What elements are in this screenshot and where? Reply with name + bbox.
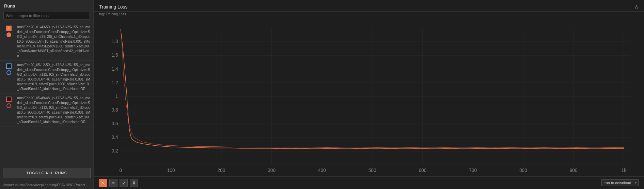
filter-area [0,11,93,22]
svg-text:100: 100 [167,168,175,173]
svg-text:200: 200 [217,168,225,173]
svg-text:700: 700 [469,168,477,173]
chart-tools: ↖ ≡ ⤢ ⬇ [99,179,138,187]
download-wrapper: run to download [601,179,639,186]
list-tool-button[interactable]: ≡ [109,179,117,187]
svg-text:1k: 1k [622,168,627,173]
svg-text:1.6: 1.6 [111,52,118,58]
run-checkbox-3[interactable] [6,97,12,102]
run-checkbox-1[interactable] [6,26,12,31]
run-dot-1 [6,32,11,37]
svg-text:900: 900 [570,168,578,173]
run-to-download-select[interactable]: run to download [601,179,639,186]
sidebar-header: Runs [0,0,93,11]
svg-text:800: 800 [519,168,527,173]
svg-text:0.4: 0.4 [111,134,118,140]
footer-path: /home/ubuntu/Share/deepLearning/ECS-189G… [0,181,93,189]
svg-text:600: 600 [419,168,426,173]
chart-footer: ↖ ≡ ⤢ ⬇ run to download [94,176,644,189]
svg-text:0.8: 0.8 [111,107,118,113]
runs-list: runs/Feb20_01-43-50_ip-172-31-25-155_nn_… [0,22,93,165]
svg-text:300: 300 [268,168,276,173]
svg-text:500: 500 [368,168,376,173]
chart-title: Training Loss [99,4,128,10]
chart-subtitle: tag: Training Loss [94,12,644,18]
chart-svg: .grid-line { stroke: #333; stroke-width:… [111,21,637,176]
chart-area: .grid-line { stroke: #333; stroke-width:… [94,18,644,176]
run-dot-3 [6,103,11,108]
run-dot-2 [6,70,11,75]
chart-header: Training Loss ∧ [94,0,644,12]
svg-text:0.2: 0.2 [111,148,118,154]
run-controls [3,96,15,108]
svg-text:0.6: 0.6 [111,121,118,127]
svg-text:400: 400 [318,168,326,173]
svg-text:1.4: 1.4 [111,66,118,72]
filter-input[interactable] [3,12,90,19]
svg-text:1.2: 1.2 [111,79,118,85]
toggle-all-runs-button[interactable]: TOGGLE ALL RUNS [3,168,91,178]
expand-tool-button[interactable]: ⤢ [120,179,128,187]
run-text-2: runs/Feb20_05-12-50_ip-172-31-25-155_nn_… [17,63,91,91]
run-controls [3,63,15,75]
list-item[interactable]: runs/Feb20_05-49-48_ip-172-31-25-155_nn_… [0,94,93,127]
pointer-tool-button[interactable]: ↖ [99,179,107,187]
main-content: Training Loss ∧ tag: Training Loss .grid… [94,0,644,189]
list-item[interactable]: runs/Feb20_01-43-50_ip-172-31-25-155_nn_… [0,23,93,61]
list-item[interactable]: runs/Feb20_05-12-50_ip-172-31-25-155_nn_… [0,61,93,94]
svg-text:0: 0 [120,168,122,173]
svg-text:1: 1 [115,93,118,99]
svg-text:1.8: 1.8 [111,39,118,44]
collapse-button[interactable]: ∧ [634,3,639,10]
sidebar: Runs runs/Feb20_01-43-50_ip-172-31-25-15… [0,0,94,189]
download-tool-button[interactable]: ⬇ [130,179,138,187]
run-text-1: runs/Feb20_01-43-50_ip-172-31-25-155_nn_… [17,25,91,58]
run-controls [3,25,15,37]
run-checkbox-2[interactable] [6,63,12,69]
run-text-3: runs/Feb20_05-49-48_ip-172-31-25-155_nn_… [17,96,91,125]
